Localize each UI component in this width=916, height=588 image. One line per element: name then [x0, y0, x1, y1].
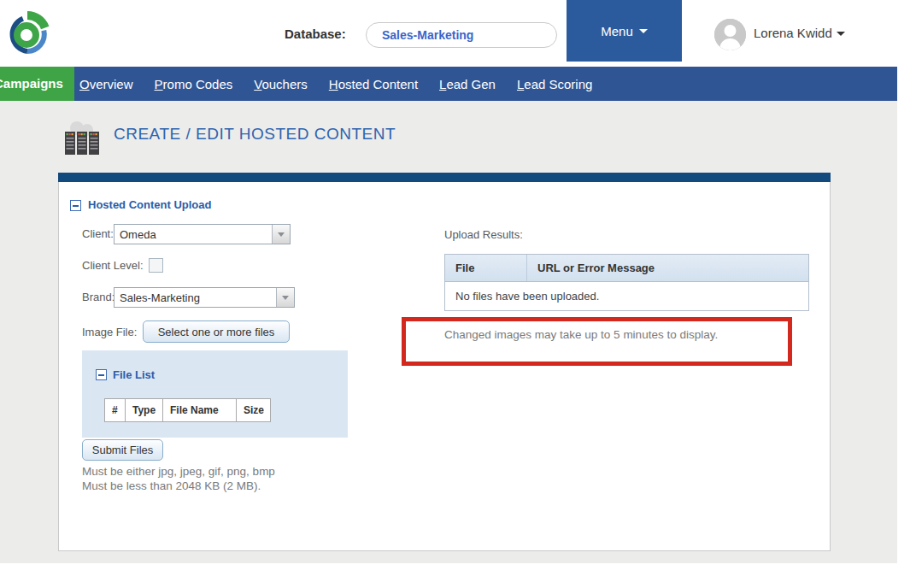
tab-campaigns[interactable]: Campaigns [0, 67, 74, 101]
user-menu[interactable]: Lorena Kwidd [754, 26, 845, 40]
file-size-note: Must be less than 2048 KB (2 MB). [82, 479, 261, 492]
collapse-minus-icon[interactable] [96, 369, 107, 380]
chevron-down-icon [639, 29, 648, 33]
tab-vouchers[interactable]: Vouchers [254, 77, 308, 91]
client-value: Omeda [114, 225, 272, 244]
file-list-table: # Type File Name Size [104, 398, 271, 422]
results-col-url: URL or Error Message [527, 255, 665, 281]
select-files-button[interactable]: Select one or more files [143, 320, 290, 343]
upload-results-header: File URL or Error Message [445, 255, 808, 282]
top-header: Database: Sales-Marketing Menu Lorena Kw… [0, 0, 916, 67]
omeda-logo-icon[interactable] [2, 7, 53, 60]
user-avatar[interactable] [714, 19, 746, 50]
file-list-col-type: Type [126, 398, 163, 422]
brand-label: Brand: [82, 291, 114, 303]
file-list-col-size: Size [237, 398, 271, 422]
dropdown-arrow-icon[interactable] [276, 288, 294, 307]
file-type-note: Must be either jpg, jpeg, gif, png, bmp [82, 465, 275, 478]
client-dropdown[interactable]: Omeda [114, 224, 291, 244]
tab-hosted-content[interactable]: Hosted Content [329, 77, 418, 91]
submit-files-button[interactable]: Submit Files [82, 439, 163, 461]
section-title-hosted-content-upload: Hosted Content Upload [88, 198, 211, 211]
database-label: Database: [285, 26, 346, 41]
client-level-label: Client Level: [82, 259, 144, 272]
collapse-minus-icon[interactable] [70, 200, 81, 211]
upload-results-label: Upload Results: [444, 228, 523, 241]
image-delay-notice: Changed images may take up to 5 minutes … [444, 328, 718, 341]
menu-label: Menu [601, 24, 633, 38]
upload-results-table: File URL or Error Message No files have … [444, 254, 809, 311]
tab-promo-codes[interactable]: Promo Codes [155, 77, 233, 91]
red-highlight-box [402, 317, 792, 366]
panel-top-bar [58, 173, 831, 182]
file-list-title: File List [113, 368, 155, 381]
tab-lead-scoring[interactable]: Lead Scoring [517, 77, 592, 91]
database-value: Sales-Marketing [382, 28, 473, 42]
brand-dropdown[interactable]: Sales-Marketing [114, 287, 295, 308]
tab-lead-gen[interactable]: Lead Gen [439, 77, 496, 91]
file-list-col-file-name: File Name [163, 398, 237, 422]
file-list-panel [82, 350, 348, 438]
database-selector[interactable]: Sales-Marketing [366, 22, 557, 48]
campaigns-navbar: Campaigns Overview Promo Codes Vouchers … [0, 67, 897, 101]
user-name-label: Lorena Kwidd [754, 26, 832, 40]
hosted-content-servers-icon [63, 120, 101, 157]
client-label: Client: [82, 227, 114, 240]
results-empty-message: No files have been uploaded. [445, 282, 808, 310]
nav-items: Overview Promo Codes Vouchers Hosted Con… [79, 67, 592, 101]
image-file-label: Image File: [82, 326, 137, 338]
client-level-checkbox[interactable] [149, 258, 163, 273]
dropdown-arrow-icon[interactable] [272, 225, 290, 244]
results-col-file: File [445, 255, 527, 281]
file-list-col-number: # [104, 398, 126, 422]
tab-overview[interactable]: Overview [79, 77, 133, 91]
page-title: CREATE / EDIT HOSTED CONTENT [114, 125, 396, 144]
brand-value: Sales-Marketing [114, 288, 276, 307]
app-window: Database: Sales-Marketing Menu Lorena Kw… [0, 0, 916, 588]
menu-button[interactable]: Menu [567, 0, 682, 62]
chevron-down-icon [837, 32, 845, 36]
